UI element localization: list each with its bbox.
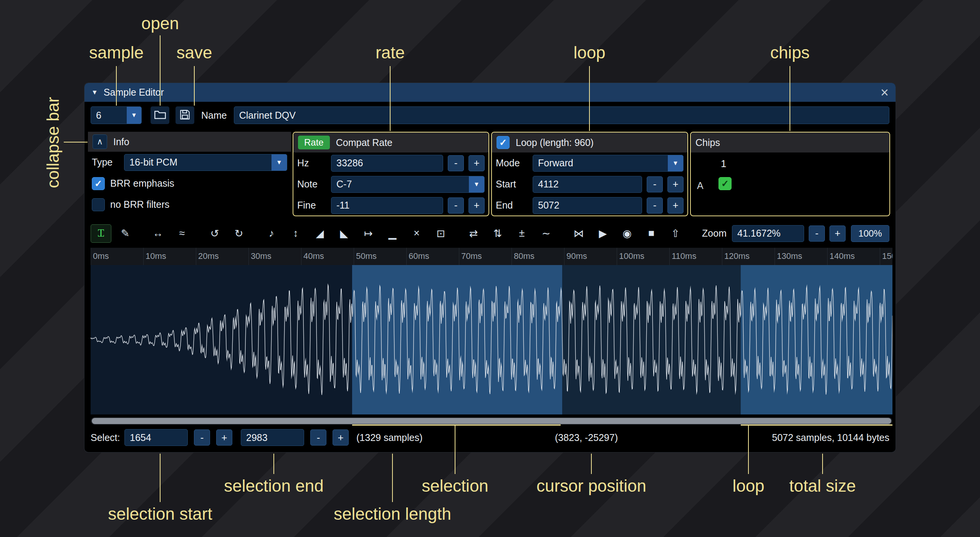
ruler-label: 40ms — [303, 251, 324, 261]
sample-number-select[interactable]: 6 ▼ — [91, 106, 142, 124]
selection-start-decrease-button[interactable]: - — [194, 429, 210, 446]
annotation-chips: chips — [770, 43, 810, 62]
undo-button[interactable]: ↺ — [204, 224, 225, 243]
annotation-selection-end: selection end — [224, 476, 323, 496]
zoom-out-button[interactable]: - — [809, 225, 825, 242]
chip-enable-checkbox[interactable]: ✓ — [718, 177, 732, 190]
rate-panel: Rate Compat Rate Hz 33286 - + Note C-7 ▼ — [293, 132, 489, 216]
loop-mode-value: Forward — [533, 157, 573, 169]
chevron-down-icon[interactable]: ▼ — [469, 176, 484, 192]
open-sample-button[interactable] — [151, 106, 169, 124]
ruler-label: 150ms — [882, 251, 892, 261]
preview-button[interactable]: ▶ — [593, 224, 613, 243]
chevron-down-icon[interactable]: ▼ — [668, 155, 683, 171]
loop-start-input[interactable]: 4112 — [533, 176, 642, 193]
no-brr-filters-checkbox[interactable] — [92, 198, 105, 211]
loop-end-input[interactable]: 5072 — [533, 197, 642, 214]
loop-mode-select[interactable]: Forward ▼ — [533, 155, 684, 172]
invert-button[interactable]: ⇅ — [487, 224, 508, 243]
fade-in-button[interactable]: ◢ — [310, 224, 330, 243]
fine-decrease-button[interactable]: - — [448, 197, 464, 214]
edit-mode-button[interactable]: Ɪ — [91, 224, 111, 243]
ruler-label: 110ms — [672, 251, 696, 261]
save-sample-button[interactable] — [175, 106, 194, 124]
resample-button[interactable]: ≈ — [172, 224, 192, 243]
stop-button[interactable]: ■ — [641, 224, 662, 243]
loop-start-decrease-button[interactable]: - — [647, 176, 663, 192]
loop-end-increase-button[interactable]: + — [667, 197, 684, 214]
delete-button[interactable]: × — [406, 224, 427, 243]
zoom-in-button[interactable]: + — [829, 225, 846, 242]
play-cursor-button[interactable]: ◉ — [617, 224, 637, 243]
insert-silence-button[interactable]: ↦ — [358, 224, 379, 243]
hz-decrease-button[interactable]: - — [448, 155, 464, 171]
waveform-view[interactable] — [91, 265, 892, 414]
hz-value: 33286 — [331, 157, 363, 169]
filter-button[interactable]: ∼ — [536, 224, 556, 243]
create-instrument-button[interactable]: ⇧ — [665, 224, 686, 243]
fine-increase-button[interactable]: + — [468, 197, 485, 214]
trim-button[interactable]: ⊡ — [430, 224, 451, 243]
close-icon[interactable]: × — [881, 86, 889, 99]
draw-pencil-button[interactable]: ✎ — [115, 224, 136, 243]
collapse-bar-button[interactable]: ∧ — [93, 134, 107, 149]
selection-start-increase-button[interactable]: + — [216, 429, 232, 446]
zoom-input[interactable]: 41.1672% — [732, 225, 804, 242]
hz-input[interactable]: 33286 — [331, 155, 443, 172]
chevron-down-icon[interactable]: ▼ — [271, 154, 287, 171]
selection-end-increase-button[interactable]: + — [333, 429, 349, 446]
ruler-label: 130ms — [777, 251, 802, 261]
annotation-loop-bottom: loop — [732, 476, 764, 496]
redo-button[interactable]: ↻ — [228, 224, 249, 243]
annotation-sample: sample — [89, 43, 144, 62]
fade-out-button[interactable]: ◣ — [334, 224, 354, 243]
chips-panel-header: Chips — [691, 133, 889, 152]
waveform-scrollbar[interactable] — [91, 417, 892, 425]
brr-emphasis-checkbox[interactable]: ✓ — [92, 177, 105, 190]
loop-enable-checkbox[interactable]: ✓ — [497, 136, 510, 149]
normalize-button[interactable]: ↕ — [285, 224, 306, 243]
loop-start-increase-button[interactable]: + — [667, 176, 684, 192]
no-brr-filters-label: no BRR filters — [110, 199, 169, 210]
crossfade-loop-button[interactable]: ⋈ — [568, 224, 589, 243]
chevron-down-icon[interactable]: ▼ — [127, 107, 141, 124]
note-label: Note — [297, 179, 331, 190]
zoom-reset-button[interactable]: 100% — [851, 225, 889, 242]
hz-increase-button[interactable]: + — [468, 155, 485, 171]
zoom-value: 41.1672% — [732, 228, 781, 239]
fine-input[interactable]: -11 — [331, 197, 443, 214]
sample-name-input[interactable]: Clarinet DQV — [234, 106, 889, 124]
amplify-button[interactable]: ♪ — [261, 224, 282, 243]
titlebar[interactable]: ▼ Sample Editor × — [84, 83, 896, 102]
sign-invert-button[interactable]: ± — [512, 224, 532, 243]
annotation-cursor-position: cursor position — [536, 476, 646, 496]
waveform-canvas[interactable] — [91, 265, 892, 414]
note-value: C-7 — [331, 179, 352, 190]
loop-start-label: Start — [496, 179, 533, 190]
sample-type-select[interactable]: 16-bit PCM ▼ — [124, 154, 287, 171]
rate-badge-button[interactable]: Rate — [298, 136, 330, 149]
selection-end-decrease-button[interactable]: - — [310, 429, 326, 446]
annotation-rate: rate — [376, 43, 405, 62]
timeline-ruler[interactable]: 0ms10ms20ms30ms40ms50ms60ms70ms80ms90ms1… — [91, 248, 892, 265]
info-panel-title: Info — [113, 136, 129, 148]
annotation-line-chips — [790, 66, 790, 131]
info-panel: ∧ Info Type 16-bit PCM ▼ ✓ BRR emphasis — [88, 132, 291, 216]
loop-end-decrease-button[interactable]: - — [647, 197, 663, 214]
info-panel-header[interactable]: ∧ Info — [88, 132, 291, 152]
selection-end-input[interactable]: 2983 — [241, 429, 304, 446]
apply-silence-button[interactable]: ▁ — [382, 224, 403, 243]
chevron-up-icon: ∧ — [97, 137, 103, 147]
ruler-label: 50ms — [356, 251, 377, 261]
sample-editor-window: ▼ Sample Editor × 6 ▼ Name Clarinet — [84, 83, 896, 452]
scrollbar-thumb[interactable] — [92, 418, 891, 424]
window-collapse-triangle-icon[interactable]: ▼ — [91, 89, 98, 96]
folder-open-icon — [154, 110, 166, 121]
selection-start-input[interactable]: 1654 — [124, 429, 188, 446]
resize-button[interactable]: ↔ — [147, 224, 168, 243]
note-select[interactable]: C-7 ▼ — [331, 176, 485, 193]
annotation-line-selection-end — [273, 454, 274, 474]
annotation-open: open — [141, 14, 179, 33]
reverse-button[interactable]: ⇄ — [463, 224, 484, 243]
select-label: Select: — [91, 432, 124, 443]
